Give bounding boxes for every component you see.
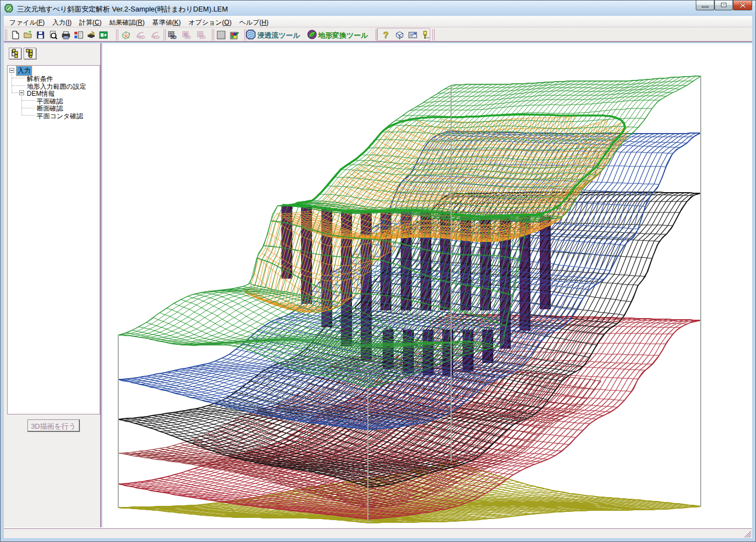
svg-text:2D: 2D: [199, 34, 206, 39]
svg-text:3D: 3D: [170, 34, 177, 39]
svg-text:3D: 3D: [184, 34, 191, 39]
svg-text:3D: 3D: [138, 34, 145, 39]
svg-text:2D: 2D: [153, 34, 160, 39]
